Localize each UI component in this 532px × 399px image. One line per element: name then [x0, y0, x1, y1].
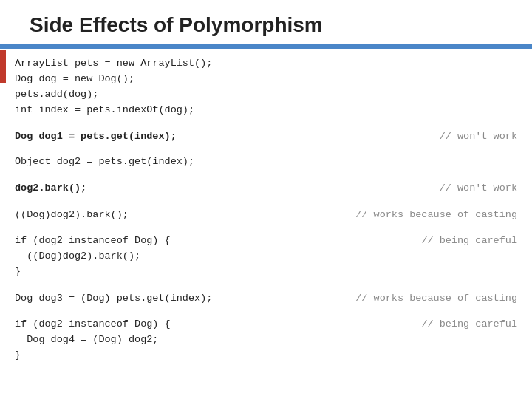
comment: // won't work	[440, 180, 517, 197]
comment: // works because of casting	[355, 290, 517, 307]
code-line: pets.add(dog);	[15, 87, 517, 103]
code-content: ArrayList pets = new ArrayList(); Dog do…	[0, 49, 532, 375]
comment: // works because of casting	[355, 207, 517, 223]
code-line: }	[15, 265, 517, 280]
code-line: if (dog2 instanceof Dog) {	[15, 233, 171, 249]
code-row: if (dog2 instanceof Dog) { // being care…	[15, 316, 517, 332]
code-line: ((Dog)dog2).bark();	[15, 207, 129, 223]
code-line: Dog dog = new Dog();	[15, 72, 517, 87]
code-line-bold: Dog dog1 = pets.get(index);	[15, 129, 177, 145]
code-line: ArrayList pets = new ArrayList();	[15, 56, 517, 72]
code-block-1: ArrayList pets = new ArrayList(); Dog do…	[15, 56, 517, 118]
code-block-2: Dog dog1 = pets.get(index); // won't wor…	[15, 129, 517, 145]
comment: // being careful	[421, 316, 517, 332]
code-line-bold: dog2.bark();	[15, 180, 86, 197]
code-block-6: if (dog2 instanceof Dog) { // being care…	[15, 233, 517, 279]
code-block-7: Dog dog3 = (Dog) pets.get(index); // wor…	[15, 290, 517, 307]
left-accent	[0, 50, 6, 83]
code-line: int index = pets.indexOf(dog);	[15, 103, 517, 118]
code-row: if (dog2 instanceof Dog) { // being care…	[15, 233, 517, 249]
code-block-3: Object dog2 = pets.get(index);	[15, 154, 517, 170]
code-line: }	[15, 348, 517, 364]
code-line: Object dog2 = pets.get(index);	[15, 154, 517, 170]
comment: // won't work	[440, 129, 517, 145]
slide-title: Side Effects of Polymorphism	[0, 0, 532, 44]
code-line: ((Dog)dog2).bark();	[15, 249, 517, 265]
code-row: Dog dog3 = (Dog) pets.get(index); // wor…	[15, 290, 517, 307]
code-line: Dog dog4 = (Dog) dog2;	[15, 332, 517, 348]
code-block-4: dog2.bark(); // won't work	[15, 180, 517, 197]
code-row: Dog dog1 = pets.get(index); // won't wor…	[15, 129, 517, 145]
code-block-8: if (dog2 instanceof Dog) { // being care…	[15, 316, 517, 363]
code-block-5: ((Dog)dog2).bark(); // works because of …	[15, 207, 517, 223]
slide: Side Effects of Polymorphism ArrayList p…	[0, 0, 532, 399]
code-row: dog2.bark(); // won't work	[15, 180, 517, 197]
code-line: Dog dog3 = (Dog) pets.get(index);	[15, 290, 212, 307]
code-line: if (dog2 instanceof Dog) {	[15, 316, 171, 332]
comment: // being careful	[421, 233, 517, 249]
code-row: ((Dog)dog2).bark(); // works because of …	[15, 207, 517, 223]
